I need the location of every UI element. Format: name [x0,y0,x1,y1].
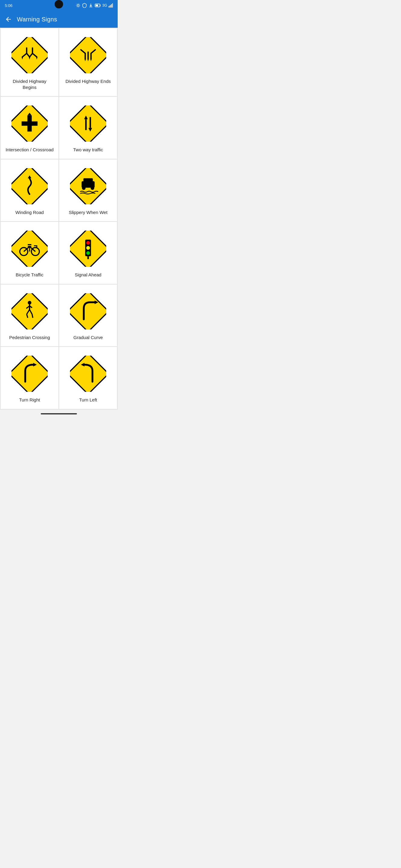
divided-highway-ends-sign [70,37,106,73]
turn-right-sign [11,355,48,392]
sign-label: Turn Left [79,397,97,403]
svg-line-48 [32,314,33,318]
sign-two-way-traffic[interactable]: Two way traffic [59,97,117,159]
sign-signal-ahead[interactable]: Signal Ahead [59,222,117,284]
sign-label: Signal Ahead [75,272,102,278]
sign-label: Turn Right [19,397,40,403]
svg-rect-19 [70,105,106,142]
signal-icon [109,3,113,7]
svg-rect-4 [110,5,111,7]
svg-point-30 [90,186,94,190]
svg-rect-5 [111,4,112,7]
svg-rect-17 [22,121,38,126]
divided-highway-begins-sign [11,37,48,73]
battery-icon [95,4,101,7]
sign-label: Bicycle Traffic [16,272,44,278]
time: 5:06 [5,3,12,8]
two-way-traffic-sign [70,105,106,142]
svg-rect-3 [109,6,110,7]
shield-icon [82,3,87,8]
sign-turn-right[interactable]: Turn Right [1,347,59,409]
settings-icon [76,3,81,8]
sign-bicycle-traffic[interactable]: Bicycle Traffic [1,222,59,284]
signal-ahead-sign [70,230,106,267]
sign-turn-left[interactable]: Turn Left [59,347,117,409]
sign-label: Winding Road [16,210,44,216]
sign-pedestrian-crossing[interactable]: Pedestrian Crossing [1,284,59,347]
winding-road-sign [11,168,48,204]
sign-gradual-curve[interactable]: Gradual Curve [59,284,117,347]
sign-label: Two way traffic [73,147,103,153]
svg-point-36 [86,241,90,245]
svg-rect-40 [11,293,48,330]
gradual-curve-sign [70,293,106,330]
svg-point-41 [28,301,31,304]
sign-slippery-when-wet[interactable]: Slippery When Wet [59,159,117,221]
sign-label: Divided Highway Begins [5,79,54,90]
sign-label: Pedestrian Crossing [9,335,50,341]
sign-divided-highway-begins[interactable]: Divided Highway Begins [1,28,59,96]
svg-rect-2 [96,4,98,6]
svg-rect-39 [87,256,89,259]
sign-label: Gradual Curve [73,335,103,341]
app-bar: Warning Signs [0,11,118,28]
sign-label: Intersection / Crossroad [5,147,53,153]
bicycle-traffic-sign [11,230,48,267]
home-indicator [41,413,77,414]
svg-rect-7 [11,37,48,73]
svg-rect-28 [83,178,93,183]
sign-label: Slippery When Wet [69,210,107,216]
sign-intersection-crossroad[interactable]: Intersection / Crossroad [1,97,59,159]
bottom-bar [0,410,118,415]
signs-grid: Divided Highway Begins [0,28,118,410]
svg-point-0 [77,4,79,6]
camera-notch [55,0,63,8]
intersection-crossroad-sign [11,105,48,142]
svg-point-37 [86,246,90,250]
svg-rect-51 [11,355,48,392]
sign-divided-highway-ends[interactable]: Divided Highway Ends [59,28,117,96]
page-title: Warning Signs [17,16,57,23]
slippery-when-wet-sign [70,168,106,204]
pedestrian-crossing-sign [11,293,48,330]
network-indicator: 3G [102,3,107,7]
sign-winding-road[interactable]: Winding Road [1,159,59,221]
sign-label: Divided Highway Ends [65,79,111,84]
svg-rect-49 [70,293,106,330]
back-button[interactable] [5,16,12,23]
download-icon [88,3,93,8]
svg-rect-6 [112,3,113,7]
turn-left-sign [70,355,106,392]
svg-point-38 [86,251,90,255]
svg-point-29 [82,186,86,190]
svg-rect-53 [70,355,106,392]
